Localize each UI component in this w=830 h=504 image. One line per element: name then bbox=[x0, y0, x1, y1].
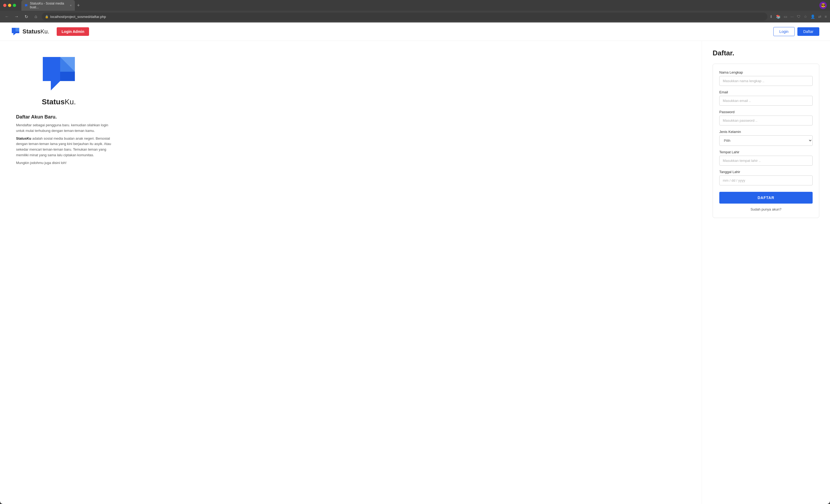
toolbar-tab-icon[interactable]: ▭ bbox=[784, 14, 787, 19]
toolbar-right: ⬇ 📚 ▭ ··· 🛡 ☆ 👤 ⇄ ≡ bbox=[770, 14, 827, 19]
browser-window: StatusKu - Sosial media buat... × + 😎 ← … bbox=[0, 0, 830, 504]
logo-area: StatusKu. Login Admin bbox=[11, 27, 89, 36]
input-password[interactable] bbox=[719, 116, 812, 125]
toolbar-shield-icon[interactable]: 🛡 bbox=[797, 14, 801, 19]
big-logo-text: StatusKu. bbox=[42, 98, 76, 106]
label-password: Password bbox=[719, 110, 812, 114]
lock-icon: 🔒 bbox=[45, 15, 49, 19]
input-nama-lengkap[interactable] bbox=[719, 76, 812, 86]
form-title: Daftar. bbox=[713, 49, 819, 57]
label-gender: Jenis Kelamin bbox=[719, 130, 812, 134]
tab-bar: StatusKu - Sosial media buat... × + bbox=[22, 0, 817, 11]
form-group-tempat-lahir: Tempat Lahir bbox=[719, 150, 812, 166]
input-tempat-lahir[interactable] bbox=[719, 156, 812, 166]
big-logo-icon bbox=[37, 52, 80, 94]
browser-toolbar: ← → ↻ ⌂ 🔒 localhost/project_sosmed/dafta… bbox=[0, 11, 830, 23]
logo-text: StatusKu. bbox=[23, 28, 49, 35]
nav-daftar-button[interactable]: Daftar bbox=[797, 27, 819, 36]
toolbar-sync-icon[interactable]: ⇄ bbox=[818, 14, 822, 19]
maximize-traffic-light[interactable] bbox=[13, 4, 16, 7]
active-tab[interactable]: StatusKu - Sosial media buat... × bbox=[22, 0, 75, 11]
form-group-tanggal-lahir: Tanggal Lahir bbox=[719, 170, 812, 185]
page-content: StatusKu. Login Admin Login Daftar bbox=[0, 23, 830, 504]
daftar-submit-button[interactable]: DAFTAR bbox=[719, 192, 812, 203]
label-tempat-lahir: Tempat Lahir bbox=[719, 150, 812, 154]
toolbar-more-icon[interactable]: ⬇ bbox=[770, 14, 773, 19]
right-side: Daftar. Nama Lengkap Email Password bbox=[702, 41, 830, 504]
toolbar-star-icon[interactable]: ☆ bbox=[804, 14, 807, 19]
traffic-lights bbox=[3, 4, 16, 7]
login-admin-button[interactable]: Login Admin bbox=[57, 27, 89, 36]
label-tanggal-lahir: Tanggal Lahir bbox=[719, 170, 812, 174]
form-group-nama: Nama Lengkap bbox=[719, 70, 812, 86]
new-tab-button[interactable]: + bbox=[77, 3, 80, 8]
sudah-punya-akun: Sudah punya akun? bbox=[719, 207, 812, 211]
label-nama: Nama Lengkap bbox=[719, 70, 812, 74]
site-nav: StatusKu. Login Admin Login Daftar bbox=[0, 23, 830, 41]
input-email[interactable] bbox=[719, 96, 812, 106]
extension-icon: 😎 bbox=[819, 2, 827, 9]
left-para1: Mendaftar sebagai pengguna baru. kemudia… bbox=[16, 123, 118, 134]
left-para2: StatusKu adalah sosial media buatan anak… bbox=[16, 136, 118, 158]
address-bar[interactable]: 🔒 localhost/project_sosmed/daftar.php bbox=[42, 12, 767, 21]
form-group-gender: Jenis Kelamin Pilih Laki-laki Perempuan bbox=[719, 130, 812, 146]
toolbar-bookmarks-icon[interactable]: 📚 bbox=[776, 14, 780, 19]
tab-title: StatusKu - Sosial media buat... bbox=[30, 2, 67, 9]
close-traffic-light[interactable] bbox=[3, 4, 6, 7]
back-button[interactable]: ← bbox=[3, 13, 11, 20]
label-email: Email bbox=[719, 90, 812, 94]
input-tanggal-lahir[interactable] bbox=[719, 176, 812, 185]
toolbar-profile-icon[interactable]: 👤 bbox=[810, 14, 815, 19]
logo-icon bbox=[11, 27, 20, 36]
left-para3: Mungkin jodohmu juga disini loh! bbox=[16, 160, 118, 166]
toolbar-menu-icon[interactable]: ≡ bbox=[825, 14, 827, 19]
refresh-button[interactable]: ↻ bbox=[23, 13, 30, 20]
form-group-email: Email bbox=[719, 90, 812, 106]
form-group-password: Password bbox=[719, 110, 812, 125]
left-heading: Daftar Akun Baru. bbox=[16, 114, 118, 120]
browser-titlebar: StatusKu - Sosial media buat... × + 😎 bbox=[0, 0, 830, 11]
tab-close-icon[interactable]: × bbox=[70, 4, 72, 7]
home-button[interactable]: ⌂ bbox=[32, 13, 39, 20]
tab-favicon-icon bbox=[25, 3, 28, 7]
select-gender[interactable]: Pilih Laki-laki Perempuan bbox=[719, 135, 812, 146]
form-card: Nama Lengkap Email Password bbox=[713, 64, 819, 218]
nav-login-button[interactable]: Login bbox=[773, 27, 795, 36]
big-logo-area: StatusKu. bbox=[16, 52, 102, 106]
minimize-traffic-light[interactable] bbox=[8, 4, 11, 7]
left-description: Daftar Akun Baru. Mendaftar sebagai peng… bbox=[16, 114, 118, 168]
main-layout: StatusKu. Daftar Akun Baru. Mendaftar se… bbox=[0, 41, 830, 504]
left-side: StatusKu. Daftar Akun Baru. Mendaftar se… bbox=[0, 41, 702, 504]
toolbar-dots-icon[interactable]: ··· bbox=[791, 14, 794, 19]
forward-button[interactable]: → bbox=[13, 13, 20, 20]
url-text: localhost/project_sosmed/daftar.php bbox=[50, 15, 106, 19]
